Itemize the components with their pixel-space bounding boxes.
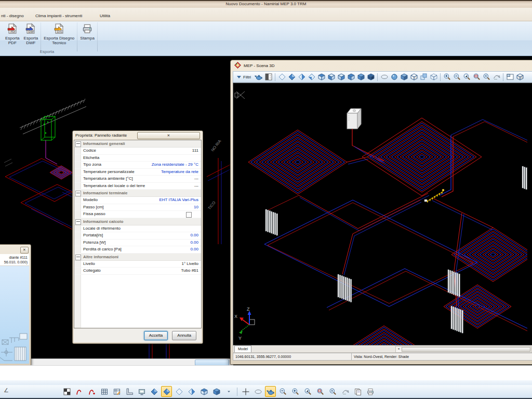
zoom-out-icon[interactable]	[277, 386, 288, 397]
annulla-button[interactable]: Annulla	[172, 331, 196, 340]
curve-d-icon[interactable]	[86, 386, 97, 397]
zoom-ext-icon[interactable]	[482, 73, 491, 82]
property-row[interactable]: Temperatura ambiente [°C]---	[74, 176, 201, 183]
cube-5-icon[interactable]	[356, 73, 365, 82]
zoom-prev-icon[interactable]	[340, 386, 351, 397]
property-row[interactable]: Fissa passo	[74, 211, 201, 218]
zoom-dyn-icon[interactable]	[462, 73, 471, 82]
diam-1-icon-selected[interactable]	[161, 386, 172, 397]
checkbox[interactable]	[186, 212, 192, 218]
cube-p-icon[interactable]	[419, 73, 428, 82]
scroll-left-icon[interactable]: ◂	[396, 347, 401, 351]
cube-1-icon[interactable]	[198, 386, 209, 397]
property-row[interactable]: Codice111	[74, 148, 201, 155]
property-value[interactable]: 1° Livello	[181, 261, 198, 268]
property-value[interactable]: 0.00	[190, 246, 198, 253]
property-row[interactable]: CollegatoTubo #61	[74, 268, 201, 275]
diam-1-icon[interactable]	[287, 73, 296, 82]
property-value[interactable]: ---	[194, 176, 198, 182]
property-row[interactable]: Locale di riferimento	[74, 225, 201, 233]
cube-5-icon[interactable]	[211, 386, 222, 397]
accetta-button[interactable]: Accetta	[144, 331, 168, 340]
collapse-icon[interactable]	[75, 219, 81, 225]
property-value[interactable]: Temperature da rete	[161, 169, 198, 176]
curve-icon[interactable]	[74, 386, 85, 397]
teapot-icon[interactable]	[254, 73, 263, 82]
property-row[interactable]: Passo [cm]10	[74, 204, 201, 211]
ribbon-tab-3[interactable]: Utilità	[100, 14, 110, 18]
cube-1-icon[interactable]	[317, 73, 326, 82]
ribbon-button-esporta-dwf[interactable]: DWFEsportaDWF	[22, 22, 41, 45]
cube3d-icon[interactable]	[515, 73, 524, 82]
ribbon-button-stampa[interactable]: Stampa	[78, 22, 97, 41]
property-section[interactable]: Informazioni terminale	[74, 190, 201, 197]
property-section[interactable]: Informazioni generali	[74, 140, 201, 148]
check-icon[interactable]	[61, 386, 72, 397]
element-info-popup[interactable]: ✕ diante #11156.010, 0.000)	[0, 244, 31, 366]
zoom-out-icon[interactable]	[453, 73, 461, 82]
scrollbar-thumb[interactable]	[402, 347, 530, 352]
ruler-icon[interactable]	[124, 386, 135, 397]
property-row[interactable]: Etichetta	[74, 155, 201, 162]
properties-dialog[interactable]: Proprietà: Pannello radiante ✕ Informazi…	[72, 130, 203, 344]
table-p-icon[interactable]	[111, 386, 122, 397]
close-icon[interactable]: ✕	[20, 247, 29, 254]
cube-4-icon[interactable]	[347, 73, 355, 82]
cube-3-icon[interactable]	[337, 73, 345, 82]
diam-2-icon[interactable]	[186, 386, 197, 397]
zoom-ext-icon[interactable]	[327, 386, 338, 397]
teapot-icon-selected[interactable]	[265, 386, 276, 397]
scene-3d-canvas[interactable]: Z X Y	[233, 83, 532, 345]
scene-3d-titlebar[interactable]: MEP - Scena 3D	[231, 60, 532, 71]
ellipse-icon[interactable]	[252, 386, 263, 397]
filters-dropdown[interactable]: Filtri	[235, 75, 253, 79]
collapse-icon[interactable]	[75, 191, 81, 196]
zoom-win-icon[interactable]	[472, 73, 481, 82]
ribbon-tab-1[interactable]: nti - disegno	[1, 14, 24, 18]
ribbon-button-esporta-disegno-tecnico[interactable]: DVGEsporta DisegnoTecnico	[42, 22, 76, 45]
sphere-icon[interactable]	[390, 73, 398, 82]
printer-icon[interactable]	[365, 386, 376, 397]
property-row[interactable]: Temperature personalizzateTemperature da…	[74, 169, 201, 176]
property-value[interactable]: 111	[192, 148, 198, 154]
cube-w-icon[interactable]	[409, 73, 418, 82]
ellipse-icon[interactable]	[380, 73, 389, 82]
dialog-titlebar[interactable]: Proprietà: Pannello radiante ✕	[73, 131, 203, 140]
collapse-icon[interactable]	[75, 141, 81, 147]
property-value[interactable]: Zona residenziale - 29 °C	[152, 162, 198, 168]
property-value[interactable]: EHT ITALIA Vari-Plus	[159, 197, 198, 204]
zoom-win-icon[interactable]	[315, 386, 326, 397]
tab-scrollbar[interactable]: ◂	[395, 346, 531, 353]
property-value[interactable]: ---	[194, 183, 198, 190]
diam-2-icon[interactable]	[297, 73, 306, 82]
property-row[interactable]: Portata[l/s]0.00	[74, 232, 201, 240]
cube-sh-icon[interactable]	[400, 73, 408, 82]
ribbon-button-esporta-pdf[interactable]: PDFEsportaPDF	[3, 22, 22, 45]
property-section[interactable]: Altre informazioni	[74, 254, 201, 261]
property-row[interactable]: Livello1° Livello	[74, 261, 201, 268]
property-row[interactable]: Perdita di carico [Pa]0.00	[74, 246, 201, 254]
diam-1-icon[interactable]	[149, 386, 159, 397]
copy-icon[interactable]	[352, 386, 363, 397]
split-icon[interactable]	[264, 73, 273, 82]
property-row[interactable]: ModelloEHT ITALIA Vari-Plus	[74, 197, 201, 204]
screen-icon[interactable]	[136, 386, 147, 397]
mdi-horizontal-scrollbar[interactable]	[0, 358, 233, 366]
zoom-dyn-icon[interactable]	[302, 386, 313, 397]
property-row[interactable]: Potenza [W]0.00	[74, 240, 201, 247]
main-titlebar[interactable]: Nuovo Documento - Namirial MEP 3.0 TRM	[0, 0, 532, 8]
zoom-in-icon[interactable]	[290, 386, 301, 397]
property-value[interactable]: Tubo #61	[181, 268, 198, 274]
table-icon[interactable]	[99, 386, 110, 397]
scene-3d-window[interactable]: MEP - Scena 3D Filtri Z X Y Model ◂	[230, 60, 532, 365]
cube-2-icon[interactable]	[327, 73, 336, 82]
diam-o-icon[interactable]	[277, 73, 286, 82]
diam-3-icon[interactable]	[307, 73, 316, 82]
property-value[interactable]: 10	[194, 204, 198, 211]
property-value[interactable]: 0.00	[190, 240, 198, 246]
cube-6-icon[interactable]	[366, 73, 375, 82]
zoom-prev-icon[interactable]	[492, 73, 501, 82]
property-row[interactable]: Temperatura del locale o del terre---	[74, 183, 201, 190]
zoom-in-icon[interactable]	[443, 73, 451, 82]
property-value[interactable]: 0.00	[190, 232, 198, 239]
